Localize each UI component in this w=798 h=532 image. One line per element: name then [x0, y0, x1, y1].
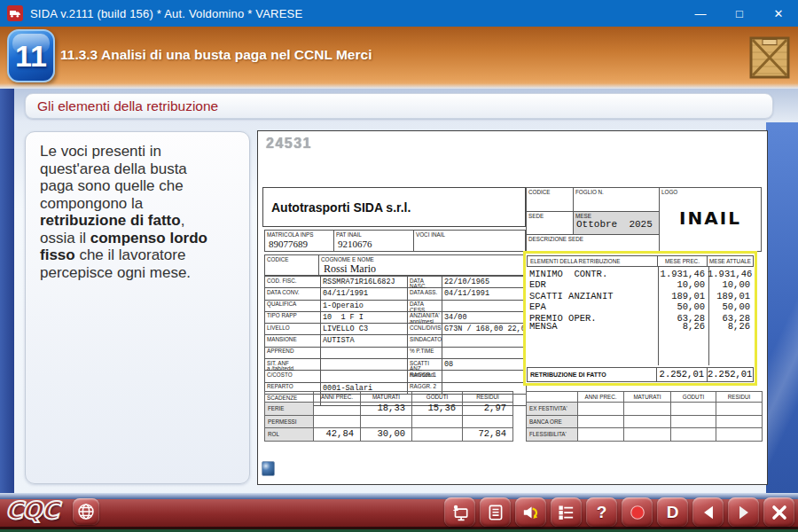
dictionary-glyph: D [667, 503, 679, 522]
accrual-value [578, 428, 624, 442]
accrual-value [716, 403, 763, 416]
right-edge-decoration [766, 122, 798, 493]
note-seg1: Le voci presenti in quest'area della bus… [40, 143, 187, 212]
voci-inail-cell: VOCI INAIL [414, 231, 525, 251]
pat-inail-cell: PAT INAIL 9210676 [334, 231, 414, 251]
globe-button[interactable] [73, 498, 99, 525]
accrual-header: MATURATI [361, 392, 412, 403]
exit-button[interactable] [763, 497, 794, 527]
field-value: AUTISTA [321, 335, 408, 347]
mese-value: Ottobre 2025 [574, 219, 659, 230]
footer-toolbar: CQC [0, 493, 798, 532]
maximize-button[interactable]: □ [720, 0, 759, 27]
field-value: 22/10/1965 [442, 277, 527, 288]
retribuzione-row: MINIMO CONTR. 1.931,46 1.931,46 [528, 269, 753, 279]
minimize-button[interactable]: — [681, 0, 720, 27]
field-value: 08 [442, 359, 527, 371]
field-value: RSSMRA71R16L682J [321, 277, 408, 288]
accrual-value [716, 416, 763, 428]
field-label: % P.TIME [408, 348, 442, 359]
accrual-header [527, 392, 578, 403]
content-area: Gli elementi della retribuzione Le voci … [0, 89, 798, 493]
field-label: TIPO RAPP [265, 312, 321, 324]
field-label: DATA NASC. [408, 277, 442, 288]
mese-label: MESE [574, 212, 659, 219]
accrual-value: 15,36 [412, 403, 463, 416]
window-title: SIDA v.2111 (build 156) * Aut. Voldomino… [30, 7, 302, 20]
accrual-row-label: FLESSIBILITA' [527, 428, 578, 442]
inail-logo: INAIL [660, 207, 761, 229]
employee-code-cell: CODICE [265, 255, 319, 276]
close-button[interactable]: ✕ [759, 0, 798, 27]
accrual-row-label: EX FESTIVITA' [527, 403, 578, 416]
voci-inail-label: VOCI INAIL [414, 231, 525, 238]
field-label: C/COSTO [265, 371, 321, 382]
accrual-header: ANNI PREC. [578, 392, 624, 403]
field-label: ANZIANITA' anni/mesi [408, 312, 442, 324]
matricola-row: MATRICOLA INPS 89077689 PAT INAIL 921067… [264, 230, 526, 252]
field-label: DATA CESS. [408, 301, 442, 312]
accrual-value [624, 403, 671, 416]
field-label: SCATTI ANZ. num/scad. [408, 359, 442, 371]
accrual-value [361, 416, 412, 428]
app-truck-icon [7, 5, 23, 21]
dictionary-button[interactable]: D [657, 497, 688, 527]
audio-button[interactable] [515, 497, 546, 527]
help-glyph: ? [597, 503, 607, 522]
index-list-button[interactable] [551, 497, 582, 527]
accrual-value [624, 416, 671, 428]
retribuzione-col-label: ELEMENTI DELLA RETRIBUZIONE [528, 256, 658, 266]
next-button[interactable] [728, 497, 759, 527]
field-label: DATA ASS. [408, 288, 442, 300]
accrual-header: GODUTI [412, 392, 463, 403]
notes-button[interactable] [480, 497, 511, 527]
accrual-value [314, 416, 361, 428]
payslip-header-block: CODICE FOGLIO N. LOGO INAIL SEDE MESE Ot… [526, 187, 762, 252]
accrual-value: 18,33 [361, 403, 412, 416]
help-button[interactable]: ? [586, 497, 617, 527]
record-button[interactable] [622, 497, 653, 527]
field-label: DATA CONV. [265, 288, 321, 300]
accrual-value [671, 403, 716, 416]
accrual-value: 42,84 [314, 428, 361, 442]
pat-inail-value: 9210676 [334, 238, 413, 249]
field-value: 34/00 [442, 312, 527, 324]
retribuzione-total-row: RETRIBUZIONE DI FATTO 2.252,01 2.252,01 [527, 367, 754, 382]
retribuzione-rows: MINIMO CONTR. 1.931,46 1.931,46 EDR 10,0… [528, 269, 753, 329]
field-value: LIVELLO C3 [321, 324, 408, 335]
matricola-inps-value: 89077689 [265, 238, 333, 249]
field-label: MANSIONE [265, 335, 321, 347]
field-value [442, 371, 527, 382]
logo-cell: LOGO INAIL [660, 188, 761, 251]
retribuzione-row: EPA 50,00 50,00 [528, 301, 753, 312]
field-value: 04/11/1991 [442, 288, 527, 300]
field-value [442, 301, 527, 312]
mese-prec-col-label: MESE PREC. [658, 256, 708, 266]
mese-cell: MESE Ottobre 2025 [574, 212, 660, 235]
field-label: LIVELLO [265, 324, 321, 335]
accrual-header [265, 392, 314, 403]
lesson-title: 11.3.3 Analisi di una busta paga nel CCN… [60, 27, 372, 83]
accrual-header: MATURATI [624, 392, 671, 403]
field-label: CCNL/DIVIS [408, 324, 442, 335]
retribuzione-row: PREMIO OPER. 63,28 63,28 [528, 313, 753, 321]
accrual-value [463, 416, 513, 428]
field-value [321, 348, 408, 359]
retribuzione-row: EDR 10,00 10,00 [528, 279, 753, 290]
sede-label: SEDE [527, 212, 574, 235]
accrual-value: 30,00 [361, 428, 412, 442]
field-value: 1-Operaio [321, 301, 408, 312]
field-value: 04/11/1991 [321, 288, 408, 300]
previous-button[interactable] [692, 497, 724, 527]
note-seg2: retribuzione di fatto [40, 212, 181, 229]
accrual-header: RESIDUI [716, 392, 763, 403]
screen-share-button[interactable] [444, 497, 475, 527]
accrual-row-label: BANCA ORE [527, 416, 578, 428]
section-subtitle: Gli elementi della retribuzione [25, 93, 773, 119]
accrual-value [671, 428, 716, 442]
accrual-row-label: FERIE [265, 403, 314, 416]
employee-code-label: CODICE [265, 255, 318, 262]
window-controls: — □ ✕ [681, 0, 798, 27]
employee-name-cell: COGNOME E NOME Rossi Mario [319, 255, 525, 276]
accrual-header: GODUTI [671, 392, 716, 403]
